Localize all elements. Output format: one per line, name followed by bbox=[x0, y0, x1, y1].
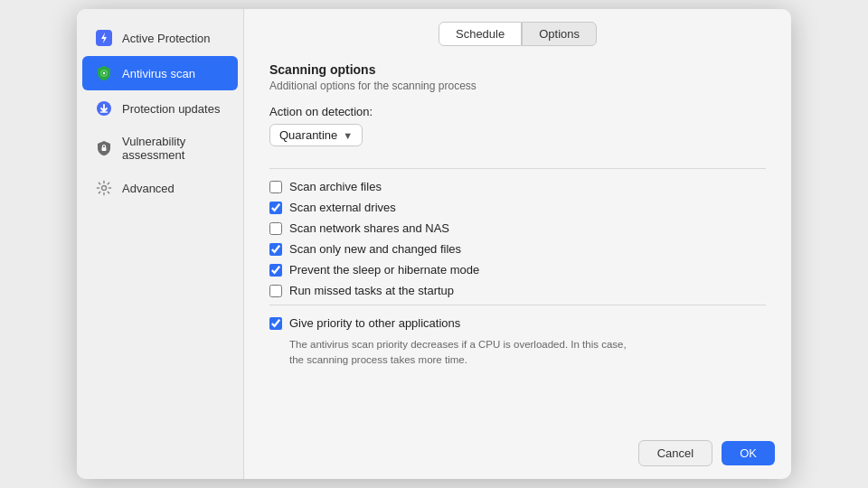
sidebar-item-active-protection-label: Active Protection bbox=[122, 32, 211, 45]
sidebar-item-antivirus-scan-label: Antivirus scan bbox=[122, 67, 195, 80]
content-area: Scanning options Additional options for … bbox=[244, 55, 791, 431]
checkbox-prevent-sleep[interactable] bbox=[269, 264, 282, 277]
divider-1 bbox=[269, 168, 766, 169]
checkbox-row-scan-new: Scan only new and changed files bbox=[269, 242, 766, 256]
sidebar-item-antivirus-scan[interactable]: Antivirus scan bbox=[82, 56, 238, 90]
checkbox-label-run-missed[interactable]: Run missed tasks at the startup bbox=[289, 284, 454, 297]
priority-description: The antivirus scan priority decreases if… bbox=[289, 337, 766, 369]
sidebar-item-protection-updates-label: Protection updates bbox=[122, 102, 220, 116]
checkbox-label-scan-new[interactable]: Scan only new and changed files bbox=[289, 242, 461, 256]
action-value: Quarantine bbox=[279, 128, 337, 142]
sidebar-item-advanced[interactable]: Advanced bbox=[82, 171, 238, 205]
checkbox-scan-network[interactable] bbox=[269, 222, 282, 235]
checkbox-row-scan-archive: Scan archive files bbox=[269, 180, 766, 193]
svg-point-8 bbox=[102, 186, 107, 191]
sidebar-item-active-protection[interactable]: Active Protection bbox=[82, 21, 238, 55]
tab-schedule[interactable]: Schedule bbox=[439, 22, 522, 46]
download-icon bbox=[95, 99, 113, 117]
tab-schedule-label: Schedule bbox=[456, 27, 505, 41]
checkbox-label-prevent-sleep[interactable]: Prevent the sleep or hibernate mode bbox=[289, 263, 479, 277]
chevron-down-icon: ▼ bbox=[343, 130, 353, 141]
checkbox-row-scan-external: Scan external drives bbox=[269, 201, 766, 214]
footer: Cancel OK bbox=[244, 431, 791, 479]
main-panel: Schedule Options Scanning options Additi… bbox=[244, 9, 791, 479]
checkbox-scan-archive[interactable] bbox=[269, 181, 282, 193]
sidebar-item-vulnerability-assessment[interactable]: Vulnerability assessment bbox=[82, 127, 238, 170]
give-priority-label[interactable]: Give priority to other applications bbox=[289, 316, 460, 330]
sidebar: Active Protection Antivirus scan bbox=[77, 9, 244, 479]
action-label: Action on detection: bbox=[269, 105, 766, 118]
sidebar-item-advanced-label: Advanced bbox=[122, 182, 175, 195]
checkbox-run-missed[interactable] bbox=[269, 285, 282, 297]
checkbox-scan-external[interactable] bbox=[269, 202, 282, 214]
priority-checkbox-row: Give priority to other applications bbox=[269, 316, 766, 330]
checkbox-row-run-missed: Run missed tasks at the startup bbox=[269, 284, 766, 297]
checkbox-label-scan-archive[interactable]: Scan archive files bbox=[289, 180, 382, 193]
shield-green-icon bbox=[95, 64, 113, 82]
priority-desc-text: The antivirus scan priority decreases if… bbox=[289, 339, 627, 365]
checkbox-row-prevent-sleep: Prevent the sleep or hibernate mode bbox=[269, 263, 766, 277]
action-select[interactable]: Quarantine ▼ bbox=[269, 124, 363, 146]
checkboxes-container: Scan archive filesScan external drivesSc… bbox=[269, 180, 766, 297]
main-window: Active Protection Antivirus scan bbox=[77, 9, 791, 479]
ok-button[interactable]: OK bbox=[722, 441, 775, 465]
section-title: Scanning options bbox=[269, 62, 766, 77]
shield-lock-icon bbox=[95, 139, 113, 157]
svg-rect-7 bbox=[102, 147, 107, 151]
cancel-button[interactable]: Cancel bbox=[638, 440, 712, 466]
give-priority-checkbox[interactable] bbox=[269, 317, 282, 330]
sidebar-item-vulnerability-label: Vulnerability assessment bbox=[122, 135, 225, 162]
bolt-icon bbox=[95, 29, 113, 47]
checkbox-label-scan-external[interactable]: Scan external drives bbox=[289, 201, 396, 214]
tab-bar: Schedule Options bbox=[244, 9, 791, 55]
section-subtitle: Additional options for the scanning proc… bbox=[269, 80, 766, 92]
svg-point-4 bbox=[103, 72, 105, 74]
tab-options[interactable]: Options bbox=[522, 22, 597, 46]
priority-block: Give priority to other applications The … bbox=[269, 305, 766, 369]
gear-icon bbox=[95, 179, 113, 197]
checkbox-label-scan-network[interactable]: Scan network shares and NAS bbox=[289, 221, 449, 235]
checkbox-scan-new[interactable] bbox=[269, 243, 282, 256]
sidebar-item-protection-updates[interactable]: Protection updates bbox=[82, 91, 238, 126]
checkbox-row-scan-network: Scan network shares and NAS bbox=[269, 221, 766, 235]
tab-options-label: Options bbox=[539, 27, 580, 41]
